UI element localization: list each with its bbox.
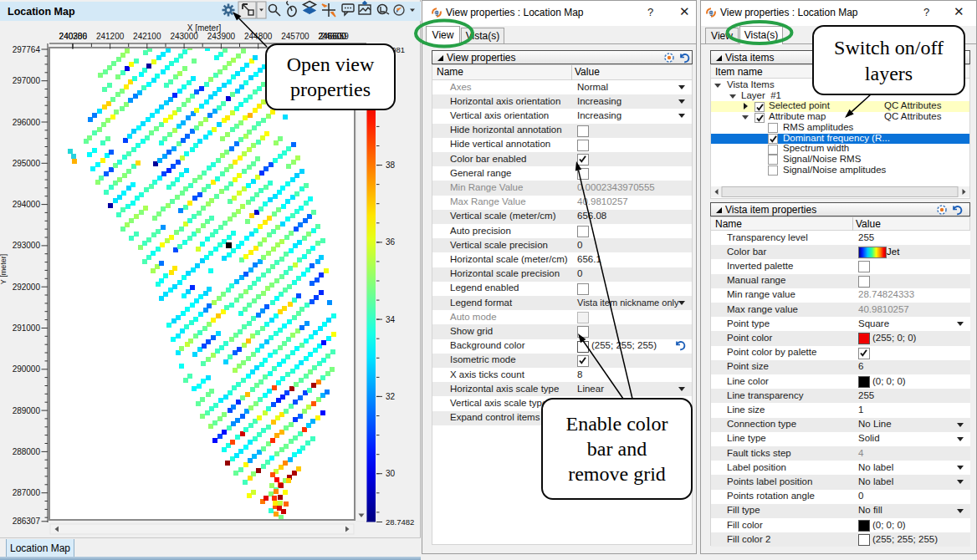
- svg-text:287000: 287000: [13, 488, 41, 497]
- svg-text:286307: 286307: [13, 517, 41, 526]
- svg-text:296000: 296000: [13, 118, 41, 127]
- svg-text:36: 36: [386, 237, 396, 247]
- svg-text:32: 32: [386, 392, 396, 401]
- svg-text:288000: 288000: [13, 447, 41, 456]
- svg-text:X [meter]: X [meter]: [187, 23, 222, 33]
- svg-text:240300: 240300: [59, 32, 88, 41]
- svg-text:243000: 243000: [170, 32, 198, 41]
- svg-text:243900: 243900: [207, 32, 236, 41]
- svg-text:290000: 290000: [13, 364, 41, 374]
- svg-text:292000: 292000: [13, 283, 41, 292]
- svg-text:291000: 291000: [13, 323, 41, 333]
- svg-text:297000: 297000: [13, 76, 41, 85]
- svg-text:242100: 242100: [133, 32, 161, 41]
- svg-text:289000: 289000: [13, 406, 41, 415]
- svg-text:295000: 295000: [13, 159, 41, 168]
- svg-text:g: g: [435, 9, 438, 16]
- svg-text:Y [meter]: Y [meter]: [0, 254, 8, 284]
- svg-text:245700: 245700: [281, 32, 309, 41]
- svg-text:34: 34: [386, 315, 396, 324]
- svg-text:241200: 241200: [96, 32, 125, 41]
- svg-text:293000: 293000: [13, 241, 41, 250]
- svg-text:g: g: [709, 9, 713, 16]
- svg-text:294000: 294000: [13, 200, 41, 209]
- svg-text:244800: 244800: [244, 32, 273, 41]
- svg-text:297764: 297764: [13, 45, 41, 54]
- svg-text:30: 30: [386, 469, 396, 478]
- svg-text:38: 38: [386, 160, 396, 170]
- svg-text:246659: 246659: [320, 32, 349, 41]
- svg-text:28.7482: 28.7482: [386, 517, 414, 527]
